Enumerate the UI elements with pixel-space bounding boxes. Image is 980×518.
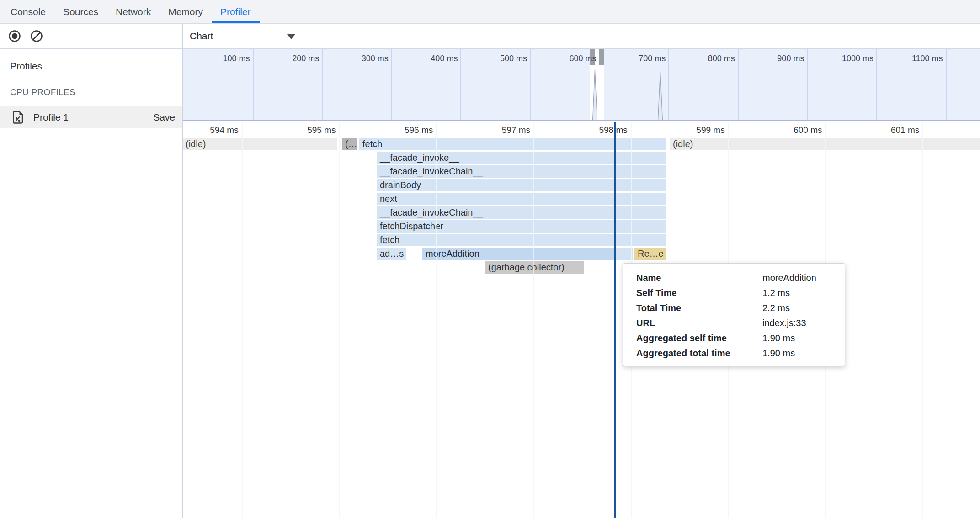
tooltip-label: Total Time xyxy=(636,301,762,316)
overview-gridline xyxy=(668,49,669,120)
profile-document-icon xyxy=(13,111,23,124)
flame-bar-drainbody[interactable]: drainBody xyxy=(377,179,666,191)
overview-tick-label: 500 ms xyxy=(477,54,527,63)
tooltip-value: 1.90 ms xyxy=(762,346,836,361)
toolbar: Chart xyxy=(0,24,980,49)
timeline-overview[interactable]: 100 ms200 ms300 ms400 ms500 ms600 ms700 … xyxy=(183,49,980,121)
tab-profiler[interactable]: Profiler xyxy=(212,0,260,23)
flame-gridline-overlay xyxy=(533,122,534,518)
overview-gridline xyxy=(322,49,323,120)
flame-ruler-label: 599 ms xyxy=(675,125,725,135)
flame-gridline-overlay xyxy=(922,122,923,518)
flame-bar-facade-invokechain[interactable]: __facade_invokeChain__ xyxy=(377,165,666,178)
view-mode-select[interactable]: Chart xyxy=(190,24,299,48)
profiler-controls xyxy=(0,24,183,48)
flame-bar-fetch[interactable]: fetch xyxy=(359,138,666,150)
tooltip-label: URL xyxy=(636,316,762,331)
flame-gridline-overlay xyxy=(242,122,243,518)
overview-tick-label: 600 ms xyxy=(546,54,597,63)
tooltip-row: Aggregated total time1.90 ms xyxy=(636,346,836,361)
tooltip-value: 1.90 ms xyxy=(762,331,836,346)
tooltip-value: index.js:33 xyxy=(762,316,836,331)
overview-tick-label: 900 ms xyxy=(754,54,804,63)
flame-bar-facade-invoke[interactable]: __facade_invoke__ xyxy=(377,152,666,164)
tooltip-value: moreAddition xyxy=(762,270,836,285)
save-profile-link[interactable]: Save xyxy=(153,112,175,123)
overview-gridline xyxy=(253,49,254,120)
flame-bar-moreaddition[interactable]: moreAddition xyxy=(422,248,614,260)
clear-profiles-button[interactable] xyxy=(30,30,43,42)
flame-gridline-overlay xyxy=(339,122,340,518)
current-time-marker xyxy=(614,122,616,518)
overview-gridline xyxy=(738,49,739,120)
chevron-down-icon xyxy=(287,34,295,39)
overview-tick-label: 700 ms xyxy=(615,54,666,63)
profile-name: Profile 1 xyxy=(33,112,69,123)
flame-bar-[interactable]: (… xyxy=(342,138,357,150)
tab-network[interactable]: Network xyxy=(107,0,160,23)
tab-console[interactable]: Console xyxy=(2,0,54,23)
flame-ruler-label: 600 ms xyxy=(772,125,822,135)
overview-tick-label: 300 ms xyxy=(338,54,389,63)
tooltip-row: Aggregated self time1.90 ms xyxy=(636,331,836,346)
flame-ruler-label: 594 ms xyxy=(188,125,239,135)
flame-bar-re-e[interactable]: Re…e xyxy=(634,248,666,260)
overview-gridline xyxy=(876,49,877,120)
overview-tick-label: 1100 ms xyxy=(893,54,943,63)
sidebar: Profiles CPU PROFILES Profile 1 Save xyxy=(0,49,183,518)
overview-tick-label: 1200 ms xyxy=(962,54,980,63)
selection-handle-right[interactable] xyxy=(599,49,604,65)
tooltip-label: Aggregated self time xyxy=(636,331,762,346)
overview-tick-label: 100 ms xyxy=(200,54,250,63)
flame-bar-ad-s[interactable]: ad…s xyxy=(377,248,406,260)
profiler-main: 100 ms200 ms300 ms400 ms500 ms600 ms700 … xyxy=(183,49,980,518)
flame-bar-garbage-collector[interactable]: (garbage collector) xyxy=(485,261,584,274)
overview-gridline xyxy=(946,49,947,120)
tooltip-row: NamemoreAddition xyxy=(636,270,836,285)
cpu-profiles-section-label: CPU PROFILES xyxy=(0,72,182,97)
flame-gridline-overlay xyxy=(436,122,437,518)
overview-gridline xyxy=(391,49,392,120)
overview-gridline xyxy=(460,49,461,120)
flame-ruler-label: 596 ms xyxy=(383,125,433,135)
flame-bar-facade-invokechain[interactable]: __facade_invokeChain__ xyxy=(377,206,666,219)
profiles-heading: Profiles xyxy=(0,49,182,72)
tooltip-label: Name xyxy=(636,270,762,285)
overview-tick-label: 800 ms xyxy=(685,54,735,63)
flame-bar-fetch[interactable]: fetch xyxy=(377,234,666,246)
flame-bar-fetchdispatcher[interactable]: fetchDispatcher xyxy=(377,220,666,233)
tooltip-label: Self Time xyxy=(636,285,762,301)
flame-chart[interactable]: 594 ms595 ms596 ms597 ms598 ms599 ms600 … xyxy=(183,122,980,518)
sidebar-item-profile-1[interactable]: Profile 1 Save xyxy=(0,106,182,128)
tooltip-row: Total Time2.2 ms xyxy=(636,301,836,316)
overview-tick-label: 1000 ms xyxy=(823,54,873,63)
flame-bar-idle: (idle) xyxy=(183,138,337,150)
activity-spike xyxy=(658,72,663,121)
flame-bar[interactable] xyxy=(616,248,633,260)
overview-gridline xyxy=(530,49,531,120)
record-profile-button[interactable] xyxy=(8,30,21,42)
activity-spike xyxy=(592,69,597,121)
tab-bar: ConsoleSourcesNetworkMemoryProfiler xyxy=(0,0,980,24)
flame-ruler-label: 601 ms xyxy=(869,125,919,135)
tab-memory[interactable]: Memory xyxy=(160,0,212,23)
tooltip-row: Self Time1.2 ms xyxy=(636,285,836,301)
flame-bar-tooltip: NamemoreAdditionSelf Time1.2 msTotal Tim… xyxy=(623,263,845,366)
tooltip-value: 1.2 ms xyxy=(762,285,836,301)
view-mode-label: Chart xyxy=(190,31,213,42)
overview-tick-label: 400 ms xyxy=(407,54,458,63)
tooltip-value: 2.2 ms xyxy=(762,301,836,316)
flame-ruler-label: 598 ms xyxy=(577,125,628,135)
tooltip-row: URLindex.js:33 xyxy=(636,316,836,331)
overview-tick-label: 200 ms xyxy=(269,54,319,63)
flame-ruler-label: 595 ms xyxy=(285,125,336,135)
flame-ruler-label: 597 ms xyxy=(480,125,530,135)
tab-sources[interactable]: Sources xyxy=(54,0,107,23)
flame-bar-next[interactable]: next xyxy=(377,193,666,205)
overview-gridline xyxy=(807,49,808,120)
tooltip-label: Aggregated total time xyxy=(636,346,762,361)
